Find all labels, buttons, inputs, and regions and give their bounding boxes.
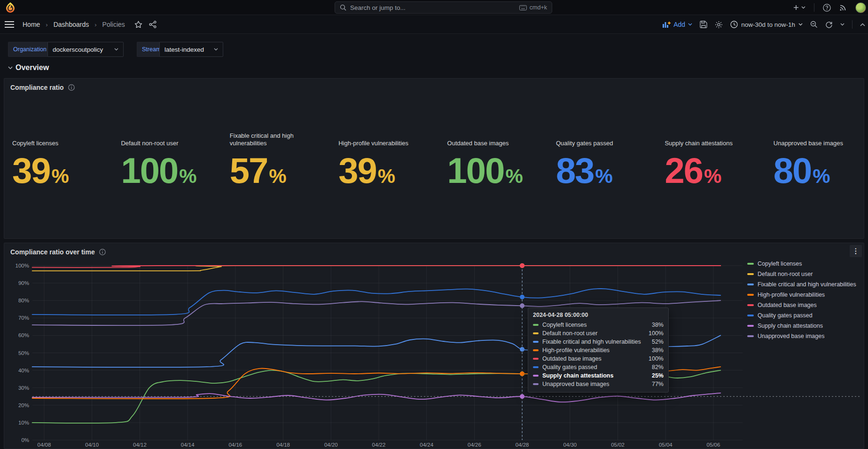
refresh-button[interactable] — [825, 21, 833, 28]
chevron-up-icon — [860, 23, 865, 26]
chevron-down-icon — [688, 23, 692, 26]
tooltip-color-chip — [533, 383, 539, 385]
help-icon — [823, 4, 831, 12]
legend-label: Quality gates passed — [758, 312, 813, 319]
search-placeholder: Search or jump to... — [350, 4, 516, 11]
kebab-icon: ⋮ — [852, 247, 860, 255]
divider — [814, 3, 814, 12]
save-dashboard-button[interactable] — [700, 21, 707, 28]
stat-label: High-profile vulnerabilities — [338, 140, 408, 147]
legend-item[interactable]: Supply chain attestations — [747, 321, 856, 331]
news-button[interactable] — [839, 4, 847, 11]
share-icon — [149, 21, 156, 28]
row-overview[interactable]: Overview — [8, 63, 49, 72]
svg-text:80%: 80% — [18, 298, 29, 303]
legend-color-chip — [747, 294, 754, 296]
grafana-logo[interactable] — [6, 2, 15, 13]
stat-label: Fixable critical and high vulnerabilitie… — [230, 132, 329, 147]
legend-item[interactable]: Copyleft licenses — [747, 259, 856, 269]
search-input[interactable]: Search or jump to... cmd+k — [335, 1, 552, 14]
svg-text:70%: 70% — [18, 315, 29, 321]
favorite-button[interactable] — [134, 21, 142, 28]
star-icon — [134, 21, 142, 28]
svg-text:04/10: 04/10 — [85, 442, 99, 448]
breadcrumb-separator: › — [46, 21, 47, 28]
chevron-down-icon — [114, 48, 118, 51]
stat-value: 39% — [338, 153, 395, 189]
svg-text:04/28: 04/28 — [516, 442, 529, 448]
variable-label-stream: Stream — [137, 42, 159, 57]
share-button[interactable] — [149, 21, 156, 28]
svg-text:04/24: 04/24 — [420, 442, 433, 448]
tooltip-timestamp: 2024-04-28 05:00:00 — [533, 312, 664, 318]
svg-text:0%: 0% — [21, 437, 29, 443]
panel-compliance-ratio: Compliance ratio Copyleft licenses39%Def… — [4, 78, 864, 239]
search-shortcut: cmd+k — [519, 4, 547, 11]
avatar[interactable] — [855, 2, 866, 13]
variable-select-organization[interactable]: dockerscoutpolicy — [47, 42, 124, 57]
tooltip-row: Default non-root user100% — [533, 329, 664, 338]
menu-toggle-button[interactable] — [5, 21, 14, 28]
refresh-icon — [825, 21, 833, 28]
legend-label: Outdated base images — [758, 302, 817, 308]
tooltip-row: Fixable critical and high vulnerabilitie… — [533, 338, 664, 346]
variable-select-stream[interactable]: latest-indexed — [159, 42, 223, 57]
collapse-toolbar-button[interactable] — [860, 23, 865, 26]
keyboard-icon — [519, 5, 527, 10]
chevron-down-icon — [8, 66, 13, 70]
tooltip-color-chip — [533, 358, 539, 360]
help-button[interactable] — [823, 4, 831, 12]
svg-text:04/16: 04/16 — [228, 442, 242, 448]
zoom-out-button[interactable] — [810, 21, 818, 28]
add-button[interactable]: Add — [663, 21, 692, 28]
add-panel-icon — [663, 21, 671, 28]
breadcrumb-dashboards[interactable]: Dashboards — [54, 21, 89, 28]
legend-label: Fixable critical and high vulnerabilitie… — [758, 281, 856, 288]
tooltip-row: Copyleft licenses38% — [533, 321, 664, 329]
svg-text:50%: 50% — [18, 350, 29, 356]
svg-text:40%: 40% — [18, 368, 29, 373]
legend-item[interactable]: Outdated base images — [747, 300, 856, 310]
panel-title[interactable]: Compliance ratio — [10, 84, 75, 91]
save-icon — [700, 21, 707, 28]
legend-item[interactable]: Quality gates passed — [747, 310, 856, 321]
legend-item[interactable]: High-profile vulnerabilities — [747, 290, 856, 300]
top-bar: Search or jump to... cmd+k — [0, 0, 868, 15]
stat-label: Supply chain attestations — [665, 140, 733, 147]
svg-text:04/18: 04/18 — [276, 442, 290, 448]
legend-label: Unapproved base images — [758, 333, 824, 339]
stat-label: Quality gates passed — [556, 140, 613, 147]
timeseries-chart[interactable]: 0%10%20%30%40%50%60%70%80%90%100%04/0804… — [4, 243, 864, 449]
tooltip-row: Quality gates passed82% — [533, 363, 664, 371]
breadcrumb-home[interactable]: Home — [23, 21, 40, 28]
clock-icon — [730, 21, 738, 28]
stat-label: Unapproved base images — [774, 140, 843, 147]
info-icon[interactable] — [68, 84, 75, 91]
panel-menu-button[interactable]: ⋮ — [850, 245, 862, 257]
legend-item[interactable]: Default non-root user — [747, 269, 856, 279]
svg-text:04/22: 04/22 — [372, 442, 386, 448]
new-button[interactable] — [793, 4, 805, 11]
legend-item[interactable]: Unapproved base images — [747, 331, 856, 341]
chevron-down-icon — [214, 48, 218, 51]
legend-color-chip — [747, 335, 754, 337]
stat-value: 80% — [774, 153, 830, 189]
breadcrumb-policies: Policies — [102, 21, 125, 28]
stat-value: 83% — [556, 153, 613, 189]
legend-item[interactable]: Fixable critical and high vulnerabilitie… — [747, 279, 856, 290]
panel-title[interactable]: Compliance ratio over time — [10, 248, 106, 256]
time-range-picker[interactable]: now-30d to now-1h — [730, 21, 803, 28]
svg-text:30%: 30% — [18, 385, 29, 391]
stat-value: 100% — [447, 153, 523, 189]
info-icon[interactable] — [99, 249, 106, 255]
section-title: Overview — [16, 63, 49, 72]
tooltip-color-chip — [533, 332, 539, 334]
tooltip-color-chip — [533, 375, 539, 377]
legend-color-chip — [747, 325, 754, 327]
dashboard-settings-button[interactable] — [715, 21, 723, 29]
tooltip-row: High-profile vulnerabilities38% — [533, 346, 664, 354]
tooltip-color-chip — [533, 341, 539, 343]
svg-text:05/04: 05/04 — [659, 442, 673, 448]
refresh-interval-button[interactable] — [840, 23, 845, 26]
chevron-down-icon — [801, 6, 805, 9]
